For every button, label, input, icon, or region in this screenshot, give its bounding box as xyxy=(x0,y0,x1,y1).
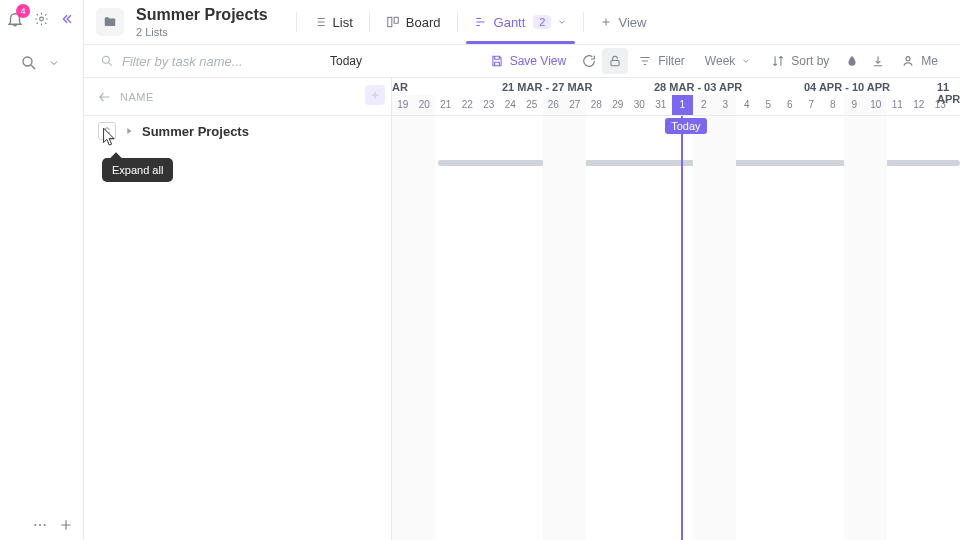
day-cell: 20 xyxy=(414,95,436,115)
week-range-label: 11 APR xyxy=(937,81,960,105)
tab-gantt[interactable]: Gantt 2 xyxy=(462,0,580,44)
day-cell: 19 xyxy=(392,95,414,115)
week-range-label: 04 APR - 10 APR xyxy=(804,81,890,93)
today-button[interactable]: Today xyxy=(320,45,372,77)
svg-point-4 xyxy=(44,524,46,526)
weekend-column xyxy=(865,116,887,540)
day-cell: 22 xyxy=(457,95,479,115)
svg-point-2 xyxy=(34,524,36,526)
weekend-column xyxy=(715,116,737,540)
plus-icon xyxy=(369,89,381,101)
day-cell: 5 xyxy=(758,95,780,115)
search-icon xyxy=(100,54,114,68)
day-cell: 11 xyxy=(887,95,909,115)
expand-tooltip: Expand all xyxy=(102,158,173,182)
plus-icon xyxy=(600,16,612,28)
save-icon xyxy=(490,54,504,68)
day-cell: 24 xyxy=(500,95,522,115)
day-cell: 31 xyxy=(650,95,672,115)
add-view-button[interactable]: View xyxy=(588,15,658,30)
svg-rect-8 xyxy=(611,60,619,65)
sort-icon xyxy=(771,54,785,68)
gantt-timeline[interactable]: 1920212223242526272829303112345678910111… xyxy=(392,78,960,540)
save-view-button[interactable]: Save View xyxy=(480,45,576,77)
gantt-left-panel: NAME Expand all Summer Projects xyxy=(84,78,392,540)
project-row: Expand all Summer Projects xyxy=(84,116,391,146)
day-cell: 30 xyxy=(629,95,651,115)
person-icon xyxy=(901,54,915,68)
gantt-icon xyxy=(474,15,488,29)
weekend-column xyxy=(693,116,715,540)
filter-button[interactable]: Filter xyxy=(628,45,695,77)
expand-all-button[interactable] xyxy=(98,122,116,140)
day-cell: 1 xyxy=(672,95,694,115)
today-line xyxy=(681,116,683,540)
app-rail: 4 xyxy=(0,0,80,540)
page-title: Summer Projects xyxy=(136,6,268,24)
svg-rect-5 xyxy=(388,17,392,26)
svg-point-0 xyxy=(40,17,44,21)
day-cell: 9 xyxy=(844,95,866,115)
title-block: Summer Projects 2 Lists xyxy=(136,6,268,38)
svg-point-1 xyxy=(23,57,32,66)
weekend-column xyxy=(844,116,866,540)
day-cell: 26 xyxy=(543,95,565,115)
add-column-button[interactable] xyxy=(365,85,385,105)
autosave-button[interactable] xyxy=(576,48,602,74)
day-cell: 2 xyxy=(693,95,715,115)
svg-rect-6 xyxy=(394,17,398,23)
filter-input[interactable] xyxy=(122,54,292,69)
list-icon xyxy=(313,15,327,29)
expand-icon xyxy=(101,125,113,137)
day-cell: 4 xyxy=(736,95,758,115)
page-subtitle: 2 Lists xyxy=(136,26,268,38)
notif-badge: 4 xyxy=(16,4,30,18)
week-range-label: 21 MAR - 27 MAR xyxy=(502,81,592,93)
day-cell: 27 xyxy=(564,95,586,115)
day-cell: 29 xyxy=(607,95,629,115)
color-button[interactable] xyxy=(839,48,865,74)
download-icon xyxy=(871,54,885,68)
sortby-button[interactable]: Sort by xyxy=(761,45,839,77)
notifications-button[interactable]: 4 xyxy=(6,10,24,28)
weekend-column xyxy=(392,116,414,540)
gear-icon[interactable] xyxy=(34,10,49,28)
caret-right-icon[interactable] xyxy=(124,126,134,136)
board-icon xyxy=(386,15,400,29)
gantt-area: NAME Expand all Summer Projects xyxy=(84,78,960,540)
svg-point-9 xyxy=(906,57,910,61)
toolbar-row: Today Save View Filter Week Sort by xyxy=(84,44,960,78)
zoom-button[interactable]: Week xyxy=(695,45,761,77)
timeline-header: 1920212223242526272829303112345678910111… xyxy=(392,78,960,116)
week-range-label: AR xyxy=(392,81,408,93)
droplet-icon xyxy=(845,54,859,68)
chevron-down-icon xyxy=(741,56,751,66)
folder-icon[interactable] xyxy=(96,8,124,36)
lock-button[interactable] xyxy=(602,48,628,74)
more-horizontal-icon[interactable] xyxy=(32,516,48,534)
refresh-icon xyxy=(581,53,597,69)
day-cell: 21 xyxy=(435,95,457,115)
collapse-sidebar-icon[interactable] xyxy=(59,10,74,28)
day-cell: 10 xyxy=(865,95,887,115)
day-cell: 6 xyxy=(779,95,801,115)
chevron-down-icon[interactable] xyxy=(557,17,567,27)
day-cell: 8 xyxy=(822,95,844,115)
download-button[interactable] xyxy=(865,48,891,74)
weekend-column xyxy=(414,116,436,540)
me-button[interactable]: Me xyxy=(891,45,948,77)
collapse-left-icon[interactable] xyxy=(96,89,112,105)
svg-point-7 xyxy=(102,56,109,63)
plus-icon[interactable] xyxy=(58,516,74,534)
lock-open-icon xyxy=(608,54,622,68)
search-icon[interactable] xyxy=(20,54,38,72)
project-name[interactable]: Summer Projects xyxy=(142,124,249,139)
day-cell: 25 xyxy=(521,95,543,115)
tab-board[interactable]: Board xyxy=(374,0,453,44)
day-cell: 23 xyxy=(478,95,500,115)
chevron-down-icon[interactable] xyxy=(48,54,60,72)
left-column-header: NAME xyxy=(84,78,391,116)
tab-list[interactable]: List xyxy=(301,0,365,44)
header-row: Summer Projects 2 Lists List Board Gantt… xyxy=(84,0,960,44)
day-cell: 7 xyxy=(801,95,823,115)
